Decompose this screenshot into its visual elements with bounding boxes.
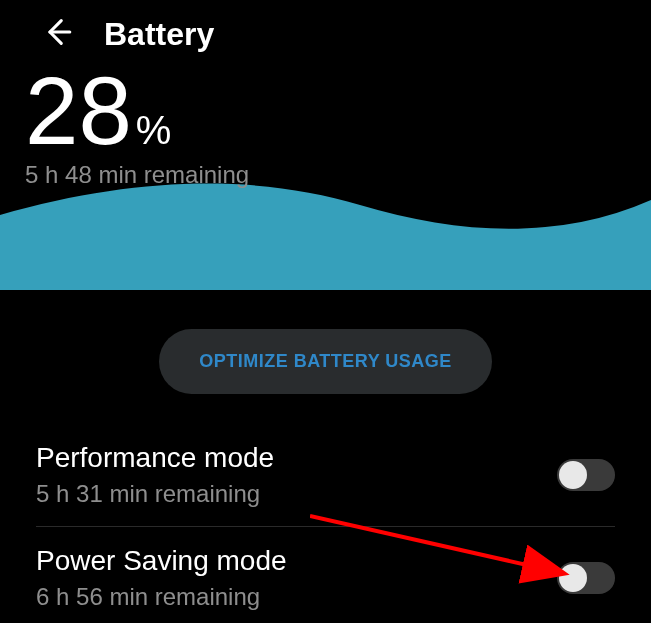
back-icon[interactable] (40, 15, 74, 53)
performance-mode-toggle[interactable] (557, 459, 615, 491)
toggle-knob (559, 461, 587, 489)
page-title: Battery (104, 16, 214, 53)
optimize-battery-button[interactable]: OPTIMIZE BATTERY USAGE (159, 329, 492, 394)
battery-summary: 28 % 5 h 48 min remaining (0, 63, 651, 189)
power-saving-mode-remaining: 6 h 56 min remaining (36, 583, 287, 611)
performance-mode-remaining: 5 h 31 min remaining (36, 480, 274, 508)
battery-percent-sign: % (136, 108, 172, 153)
power-saving-mode-row[interactable]: Power Saving mode 6 h 56 min remaining (0, 527, 651, 623)
power-saving-mode-toggle[interactable] (557, 562, 615, 594)
toggle-knob (559, 564, 587, 592)
header: Battery (0, 0, 651, 63)
battery-remaining: 5 h 48 min remaining (25, 161, 631, 189)
power-saving-mode-title: Power Saving mode (36, 545, 287, 577)
battery-percent-value: 28 (25, 63, 132, 159)
performance-mode-title: Performance mode (36, 442, 274, 474)
performance-mode-row[interactable]: Performance mode 5 h 31 min remaining (0, 424, 651, 526)
